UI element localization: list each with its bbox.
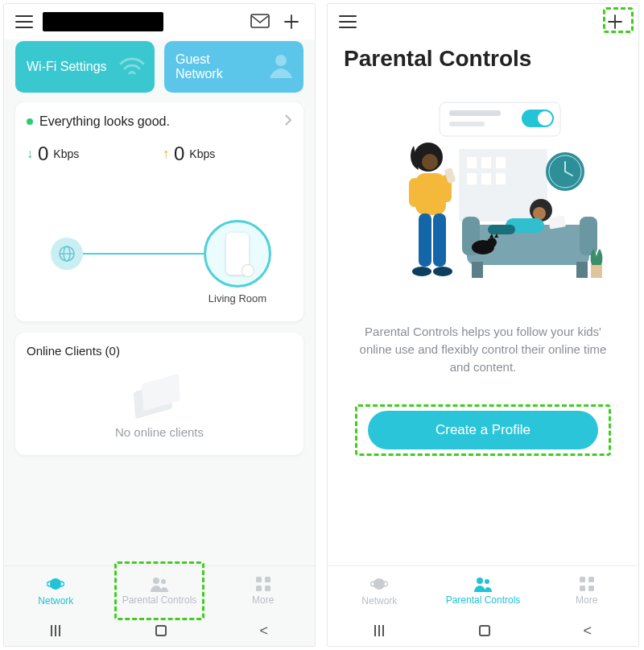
home-button[interactable] <box>479 625 490 636</box>
nav-parental[interactable]: Parental Controls <box>108 566 212 615</box>
nav-parental-label: Parental Controls <box>446 594 521 606</box>
svg-rect-10 <box>256 586 262 591</box>
nav-more[interactable]: More <box>211 566 315 615</box>
guest-network-label: Guest Network <box>175 52 223 81</box>
router-label: Living Room <box>188 292 287 304</box>
nav-network[interactable]: Network <box>4 566 108 615</box>
svg-rect-45 <box>433 213 446 267</box>
chevron-right-icon <box>284 114 292 130</box>
download-speed: ↓ 0 Kbps <box>27 143 156 165</box>
home-button[interactable] <box>155 625 167 636</box>
android-system-bar: < <box>4 615 315 646</box>
planet-icon <box>47 575 64 593</box>
svg-point-52 <box>485 579 489 584</box>
svg-point-47 <box>433 267 452 276</box>
svg-rect-21 <box>467 173 477 184</box>
status-row[interactable]: Everything looks good. <box>27 114 292 130</box>
router-node[interactable] <box>204 220 271 288</box>
wifi-settings-label: Wi-Fi Settings <box>27 60 107 74</box>
quick-cards: Wi-Fi Settings Guest Network <box>4 39 315 102</box>
grid-icon <box>579 576 595 592</box>
svg-rect-28 <box>580 217 597 255</box>
upload-speed: ↑ 0 Kbps <box>163 143 292 165</box>
upload-unit: Kbps <box>189 147 215 160</box>
svg-rect-11 <box>265 586 270 591</box>
svg-rect-55 <box>580 586 585 591</box>
planet-icon <box>370 575 388 593</box>
svg-point-16 <box>538 111 552 126</box>
page-title: Parental Controls <box>328 39 638 88</box>
nav-parental[interactable]: Parental Controls <box>431 566 535 615</box>
nav-network-label: Network <box>38 595 73 607</box>
svg-point-6 <box>153 578 159 584</box>
clients-empty-state: No online clients <box>27 367 292 444</box>
connection-line <box>83 253 204 255</box>
top-bar <box>328 4 638 39</box>
svg-point-49 <box>374 578 385 590</box>
download-unit: Kbps <box>53 147 79 160</box>
add-icon[interactable] <box>279 10 303 34</box>
svg-rect-34 <box>488 225 515 234</box>
svg-point-46 <box>412 267 431 276</box>
nav-more[interactable]: More <box>535 566 638 615</box>
nav-more-label: More <box>576 594 597 606</box>
svg-rect-14 <box>449 122 485 126</box>
svg-rect-0 <box>251 14 269 27</box>
svg-rect-41 <box>409 178 420 207</box>
back-button[interactable]: < <box>260 623 269 640</box>
create-profile-label: Create a Profile <box>436 422 530 438</box>
svg-rect-9 <box>265 577 270 582</box>
svg-point-4 <box>50 578 61 590</box>
nav-network-label: Network <box>361 595 397 607</box>
parental-description: Parental Controls helps you follow your … <box>328 313 638 375</box>
screen-parental-controls: Parental Controls <box>327 3 639 647</box>
menu-icon[interactable] <box>15 15 33 28</box>
svg-rect-56 <box>588 586 594 591</box>
status-panel: Everything looks good. ↓ 0 Kbps ↑ 0 Kbps <box>15 102 303 321</box>
network-topology: Living Room <box>27 189 292 310</box>
nav-network[interactable]: Network <box>328 566 431 615</box>
download-value: 0 <box>38 143 48 165</box>
svg-rect-13 <box>449 110 501 116</box>
guest-network-card[interactable]: Guest Network <box>164 41 303 93</box>
menu-icon[interactable] <box>339 15 357 28</box>
bottom-nav: Network Parental Controls More <box>328 565 638 615</box>
parental-illustration <box>328 88 638 313</box>
svg-rect-44 <box>419 213 431 267</box>
status-dot-icon <box>27 118 33 125</box>
clients-title: Online Clients (0) <box>27 344 292 358</box>
svg-rect-29 <box>472 262 483 278</box>
upload-icon: ↑ <box>163 147 169 161</box>
wifi-icon <box>116 49 148 85</box>
svg-point-32 <box>533 207 546 220</box>
svg-point-51 <box>477 578 483 584</box>
clients-panel: Online Clients (0) No online clients <box>15 333 303 455</box>
grid-icon <box>255 576 271 592</box>
svg-point-1 <box>275 55 287 66</box>
clients-empty-text: No online clients <box>115 425 204 439</box>
recents-button[interactable] <box>374 625 386 636</box>
wifi-settings-card[interactable]: Wi-Fi Settings <box>15 41 155 93</box>
svg-rect-53 <box>580 577 585 582</box>
svg-rect-30 <box>576 262 588 278</box>
nav-parental-label: Parental Controls <box>122 594 197 606</box>
screen-network: Wi-Fi Settings Guest Network Everything … <box>3 3 316 647</box>
svg-rect-20 <box>496 157 506 168</box>
speed-row: ↓ 0 Kbps ↑ 0 Kbps <box>27 143 292 165</box>
nav-more-label: More <box>252 594 274 606</box>
internet-node[interactable] <box>51 238 83 270</box>
android-system-bar: < <box>328 615 638 646</box>
svg-point-39 <box>422 154 438 170</box>
recents-button[interactable] <box>51 625 62 636</box>
upload-value: 0 <box>174 143 184 165</box>
svg-rect-23 <box>496 173 506 184</box>
download-icon: ↓ <box>27 147 33 161</box>
messages-icon[interactable] <box>250 14 270 30</box>
create-profile-button[interactable]: Create a Profile <box>368 411 598 449</box>
empty-icon <box>131 375 188 416</box>
bottom-nav: Network Parental Controls More <box>4 565 315 615</box>
people-icon <box>473 576 493 592</box>
add-profile-icon[interactable] <box>603 10 627 34</box>
svg-rect-48 <box>591 265 602 278</box>
back-button[interactable]: < <box>584 623 592 640</box>
